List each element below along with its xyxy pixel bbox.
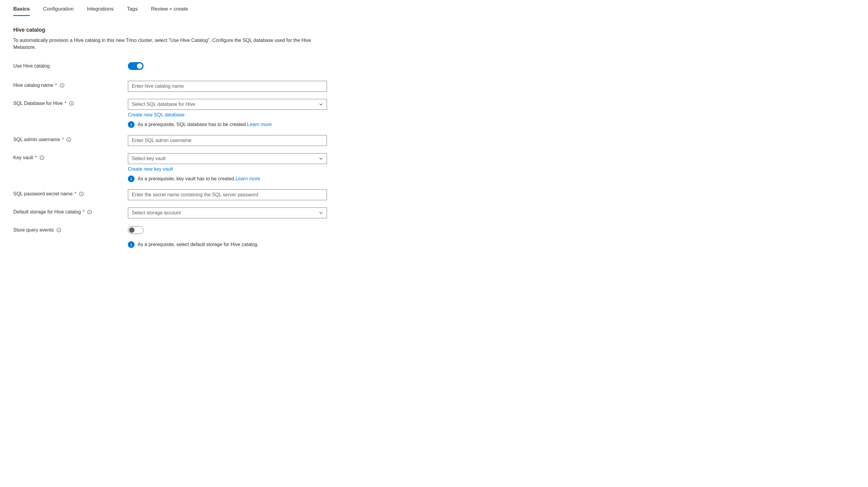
info-text-content: As a prerequisite, key vault has to be c… (137, 176, 236, 181)
tab-configuration[interactable]: Configuration (43, 6, 73, 16)
label-sql-database: SQL Database for Hive * (13, 99, 128, 106)
label-store-query-events: Store query events (13, 226, 128, 233)
required-star: * (35, 155, 37, 160)
chevron-down-icon (319, 102, 323, 106)
info-icon[interactable] (39, 155, 44, 160)
row-use-hive-catalog: Use Hive catalog (13, 62, 855, 70)
label-text: Store query events (13, 227, 54, 233)
row-key-vault: Key vault * Select key vault Create new … (13, 153, 855, 182)
sql-admin-username-input[interactable] (128, 135, 327, 146)
svg-point-4 (71, 102, 72, 103)
label-text: SQL Database for Hive (13, 101, 63, 106)
section-title: Hive catalog (13, 27, 855, 33)
required-star: * (74, 191, 76, 197)
select-placeholder: Select SQL database for Hive (132, 102, 195, 107)
required-star: * (62, 137, 64, 142)
tab-review-create[interactable]: Review + create (151, 6, 188, 16)
select-placeholder: Select storage account (132, 210, 181, 216)
label-text: SQL admin username (13, 137, 60, 142)
required-star: * (65, 101, 66, 106)
row-store-query-events: Store query events i As a prerequisite, … (13, 226, 855, 248)
svg-point-1 (62, 85, 62, 85)
sql-password-secret-input[interactable] (128, 189, 327, 200)
label-text: SQL password secret name (13, 191, 73, 197)
select-placeholder: Select key vault (132, 156, 165, 161)
info-icon[interactable] (59, 83, 65, 88)
svg-point-7 (69, 139, 69, 139)
row-default-storage: Default storage for Hive catalog * Selec… (13, 207, 855, 218)
info-badge-icon: i (128, 121, 134, 128)
tab-integrations[interactable]: Integrations (87, 6, 114, 16)
info-icon[interactable] (87, 209, 92, 215)
info-badge-icon: i (128, 241, 134, 248)
hive-catalog-name-input[interactable] (128, 81, 327, 92)
row-sql-password-secret: SQL password secret name * (13, 189, 855, 200)
required-star: * (55, 83, 57, 88)
sql-database-select[interactable]: Select SQL database for Hive (128, 99, 327, 110)
create-key-vault-link[interactable]: Create new key vault (128, 166, 327, 172)
label-use-hive-catalog: Use Hive catalog (13, 62, 128, 69)
default-storage-select[interactable]: Select storage account (128, 207, 327, 218)
label-text: Default storage for Hive catalog (13, 209, 81, 215)
key-vault-select[interactable]: Select key vault (128, 153, 327, 164)
chevron-down-icon (319, 157, 323, 161)
label-hive-catalog-name: Hive catalog name * (13, 81, 128, 88)
chevron-down-icon (319, 211, 323, 215)
info-icon[interactable] (79, 191, 84, 197)
sql-database-info-text: As a prerequisite, SQL database has to b… (137, 122, 272, 127)
label-text: Use Hive catalog (13, 63, 50, 69)
required-star: * (83, 209, 85, 215)
tab-tags[interactable]: Tags (127, 6, 138, 16)
sql-database-learn-more-link[interactable]: Learn more (247, 122, 272, 127)
row-sql-database: SQL Database for Hive * Select SQL datab… (13, 99, 855, 128)
info-text-content: As a prerequisite, SQL database has to b… (137, 122, 247, 127)
label-default-storage: Default storage for Hive catalog * (13, 207, 128, 215)
tab-bar: Basics Configuration Integrations Tags R… (13, 6, 855, 16)
create-sql-database-link[interactable]: Create new SQL database (128, 112, 327, 118)
toggle-store-query-events[interactable] (128, 226, 144, 234)
toggle-use-hive-catalog[interactable] (128, 62, 144, 70)
row-sql-admin-username: SQL admin username * (13, 135, 855, 146)
svg-point-16 (90, 211, 90, 212)
label-sql-password-secret: SQL password secret name * (13, 189, 128, 197)
info-icon[interactable] (69, 101, 74, 106)
label-key-vault: Key vault * (13, 153, 128, 160)
label-text: Hive catalog name (13, 83, 53, 88)
key-vault-info-text: As a prerequisite, key vault has to be c… (137, 176, 260, 182)
tab-basics[interactable]: Basics (13, 6, 30, 16)
label-sql-admin-username: SQL admin username * (13, 135, 128, 142)
store-query-events-info-text: As a prerequisite, select default storag… (137, 242, 258, 247)
info-icon[interactable] (56, 227, 62, 233)
row-hive-catalog-name: Hive catalog name * (13, 81, 855, 92)
label-text: Key vault (13, 155, 33, 160)
svg-point-13 (81, 193, 82, 193)
key-vault-learn-more-link[interactable]: Learn more (236, 176, 260, 181)
info-badge-icon: i (128, 175, 134, 182)
section-description: To automatically provision a Hive catalo… (13, 37, 327, 51)
info-icon[interactable] (66, 137, 71, 142)
